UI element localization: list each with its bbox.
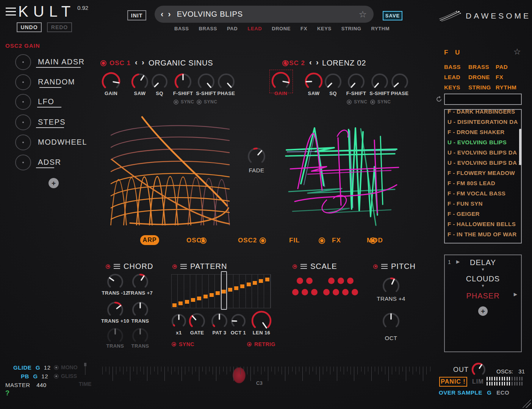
osc1-fshift-sync[interactable]: SYNC (174, 99, 194, 105)
pattern-len-knob[interactable] (251, 310, 272, 331)
save-button[interactable]: SAVE (383, 11, 402, 20)
category-tab-lead[interactable]: LEAD (247, 26, 262, 31)
browser-cat-rythm[interactable]: RYTHM (496, 84, 516, 91)
preset-item[interactable]: F - FLOWERY MEADOW (445, 168, 521, 178)
tab-fil-led[interactable] (319, 237, 325, 244)
mod-amount-knob[interactable] (15, 94, 31, 110)
panic-button[interactable]: PANIC ! (439, 377, 467, 387)
preset-item[interactable]: U - EVOLVING BLIPS DA 2 (445, 158, 521, 168)
osc-fade-knob[interactable] (247, 147, 266, 166)
preset-item[interactable]: F - GEIGER (445, 209, 521, 219)
pattern-step-grid[interactable] (171, 274, 271, 308)
pitch-trans-knob[interactable] (382, 277, 400, 295)
pattern-sync-toggle[interactable]: SYNC (172, 341, 194, 347)
category-tab-keys[interactable]: KEYS (317, 26, 332, 31)
mod-amount-knob[interactable] (15, 134, 31, 150)
browser-cat-bass[interactable]: BASS (444, 64, 461, 70)
mod-amount-slider[interactable] (39, 87, 61, 88)
preset-search-input[interactable] (444, 94, 522, 105)
chord-trans2-knob[interactable] (131, 273, 149, 290)
preset-item[interactable]: F - IN THE MUD OF WAR (445, 229, 521, 239)
pattern-step[interactable] (247, 283, 251, 286)
chord-menu-icon[interactable] (114, 264, 120, 269)
favorite-star-icon[interactable]: ☆ (358, 10, 367, 19)
preset-item[interactable]: F - INIT (445, 239, 521, 244)
keyboard-strip[interactable]: C3 (102, 366, 431, 385)
window-resize-handle[interactable] (523, 400, 531, 408)
chord-trans1-knob[interactable] (106, 273, 124, 290)
oversample-setting[interactable]: OVER SAMPLE G ECO (439, 389, 509, 396)
pattern-step[interactable] (191, 298, 195, 302)
mod-amount-slider[interactable] (36, 127, 64, 128)
osc2-sq-knob[interactable] (324, 73, 342, 91)
chord-enable-led[interactable] (106, 264, 110, 269)
preset-item[interactable]: F - HALLOWEEN BELLS (445, 219, 521, 229)
preset-list[interactable]: F - DARK HARBINGERS U - DISINTEGRATION D… (444, 109, 522, 244)
mono-toggle[interactable]: MONO (54, 364, 78, 370)
browser-cat-lead[interactable]: LEAD (444, 74, 460, 80)
fx-phaser-expand-icon[interactable]: ▶ (514, 292, 517, 297)
osc2-sshift-sync[interactable]: SYNC (370, 99, 391, 105)
fx-clouds-dropdown-icon[interactable]: ▼ (445, 284, 521, 288)
preset-item-selected[interactable]: U - EVOLVING BLIPS (445, 137, 521, 147)
sync-radio-icon[interactable] (197, 100, 202, 105)
gliss-toggle[interactable]: GLISS (54, 373, 77, 379)
osc2-wave-name[interactable]: LORENZ 02 (322, 59, 366, 67)
category-tab-string[interactable]: STRING (341, 26, 361, 31)
osc1-gain-knob[interactable] (101, 72, 121, 91)
browser-cat-pad[interactable]: PAD (496, 64, 508, 70)
osc1-saw-knob[interactable] (131, 73, 149, 91)
scale-note-b[interactable] (352, 289, 358, 295)
preset-bar[interactable]: ‹ › EVOLVING BLIPS ☆ (155, 6, 374, 23)
redo-button[interactable]: REDO (47, 22, 72, 32)
mod-amount-slider[interactable] (36, 67, 81, 68)
retrig-led[interactable] (247, 342, 252, 347)
category-tab-rythm[interactable]: RYTHM (371, 26, 390, 31)
mod-amount-knob[interactable] (15, 155, 31, 170)
osc1-phase-knob[interactable] (217, 73, 235, 91)
sync-radio-icon[interactable] (347, 100, 352, 105)
preset-next-icon[interactable]: › (168, 10, 171, 19)
mod-amount-slider[interactable] (37, 107, 61, 108)
fx-item-clouds[interactable]: CLOUDS (445, 275, 521, 283)
scale-note-fsharp[interactable] (328, 278, 335, 284)
pattern-step[interactable] (203, 295, 208, 298)
preset-item[interactable]: F - FM VOCAL BASS (445, 188, 521, 198)
category-tab-fx[interactable]: FX (300, 26, 307, 31)
osc1-sshift-knob[interactable] (197, 73, 215, 91)
pattern-step[interactable] (265, 278, 269, 281)
category-tab-bass[interactable]: BASS (174, 26, 189, 31)
osc2-saw-knob[interactable] (304, 72, 323, 91)
browser-cat-brass[interactable]: BRASS (468, 64, 489, 70)
pattern-step[interactable] (172, 303, 177, 307)
footer-mini-slider[interactable] (85, 363, 86, 375)
tab-mod[interactable]: MOD (367, 237, 383, 244)
browser-cat-string[interactable]: STRING (468, 84, 491, 91)
pattern-oct-knob[interactable] (230, 313, 246, 329)
osc2-wave-next-icon[interactable]: › (316, 58, 319, 66)
browser-cat-keys[interactable]: KEYS (444, 84, 460, 91)
fx-item-phaser[interactable]: PHASER (445, 292, 521, 300)
osc2-phase-knob[interactable] (391, 73, 409, 91)
mod-slot-lfo[interactable]: LFO (0, 94, 91, 110)
category-tab-drone[interactable]: DRONE (272, 26, 291, 31)
osc2-gain-knob[interactable] (271, 71, 291, 91)
pattern-step[interactable] (210, 293, 214, 297)
scale-note-csharp[interactable] (297, 278, 303, 284)
mod-slot-modwheel[interactable]: MODWHEEL (0, 134, 91, 150)
pitch-menu-icon[interactable] (381, 264, 388, 269)
pattern-step[interactable] (216, 291, 220, 295)
mod-amount-knob[interactable] (15, 54, 31, 70)
tab-fil[interactable]: FIL (289, 237, 300, 244)
pattern-step[interactable] (240, 284, 244, 288)
sync-radio-icon[interactable] (174, 100, 178, 105)
fx-slot-expand-icon[interactable]: ▶ (456, 259, 460, 264)
tab-osc1[interactable]: OSC1 (186, 237, 205, 244)
preset-prev-icon[interactable]: ‹ (161, 10, 163, 19)
scale-note-e[interactable] (311, 289, 318, 295)
pattern-step[interactable] (228, 288, 232, 292)
mod-amount-knob[interactable] (15, 114, 31, 130)
osc1-wave-prev-icon[interactable]: ‹ (135, 58, 138, 66)
browser-cat-fx[interactable]: FX (496, 74, 503, 80)
chord-trans3-knob[interactable] (106, 301, 124, 318)
